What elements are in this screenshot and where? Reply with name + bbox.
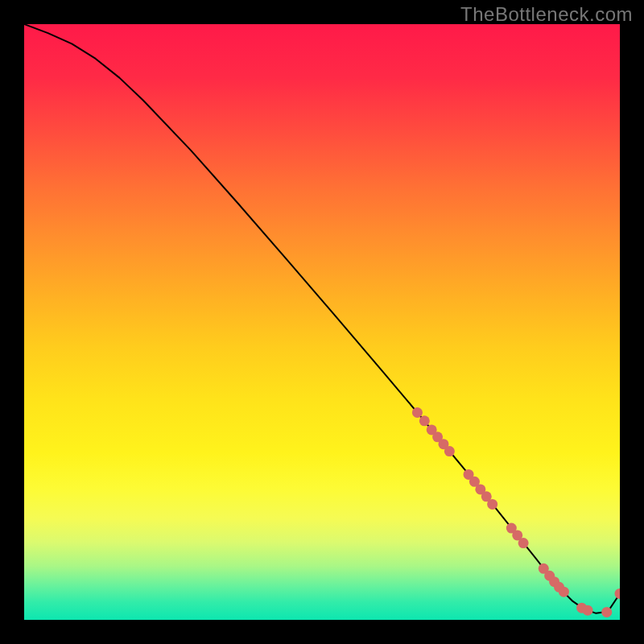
chart-svg: [24, 24, 620, 620]
data-dot: [444, 446, 455, 456]
data-dot: [615, 588, 621, 599]
data-dot: [487, 499, 497, 510]
data-dot: [601, 607, 612, 617]
data-dot: [583, 605, 593, 616]
dot-group: [412, 407, 620, 617]
watermark-text: TheBottleneck.com: [460, 3, 633, 26]
plot-area: [24, 24, 620, 620]
data-dot: [559, 587, 569, 597]
data-dot: [412, 407, 423, 418]
data-dot: [518, 538, 529, 548]
data-dot: [419, 415, 430, 426]
chart-stage: TheBottleneck.com: [0, 0, 644, 644]
curve-line: [24, 24, 620, 613]
